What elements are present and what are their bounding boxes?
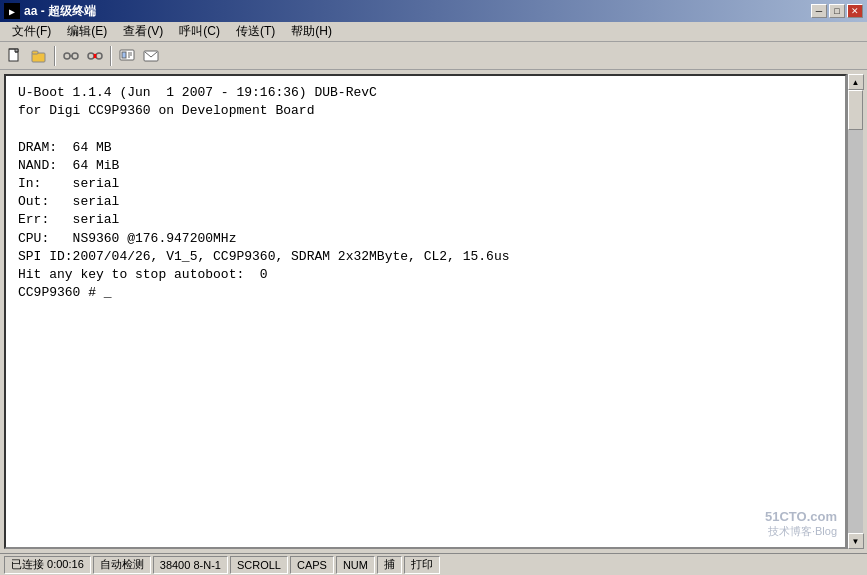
toolbar-sep-2	[110, 46, 112, 66]
status-baud: 38400 8-N-1	[153, 556, 228, 574]
toolbar-send-button[interactable]	[140, 45, 162, 67]
watermark-site: 51CTO.com	[765, 509, 837, 524]
title-bar-buttons: ─ □ ✕	[811, 4, 863, 18]
menu-help[interactable]: 帮助(H)	[283, 22, 340, 41]
status-connection: 已连接 0:00:16	[4, 556, 91, 574]
terminal-container[interactable]: U-Boot 1.1.4 (Jun 1 2007 - 19:16:36) DUB…	[4, 74, 847, 549]
scroll-up-button[interactable]: ▲	[848, 74, 864, 90]
toolbar-new-button[interactable]	[4, 45, 26, 67]
toolbar-sep-1	[54, 46, 56, 66]
status-bar: 已连接 0:00:16 自动检测 38400 8-N-1 SCROLL CAPS…	[0, 553, 867, 575]
menu-file[interactable]: 文件(F)	[4, 22, 59, 41]
svg-point-6	[72, 53, 78, 59]
status-capture: 捕	[377, 556, 402, 574]
svg-rect-13	[122, 52, 126, 58]
main-area: U-Boot 1.1.4 (Jun 1 2007 - 19:16:36) DUB…	[0, 70, 867, 553]
menu-transfer[interactable]: 传送(T)	[228, 22, 283, 41]
svg-point-5	[64, 53, 70, 59]
watermark: 51CTO.com 技术博客·Blog	[765, 509, 837, 539]
scroll-track[interactable]	[848, 90, 863, 533]
close-button[interactable]: ✕	[847, 4, 863, 18]
svg-rect-4	[32, 51, 38, 54]
status-scroll: SCROLL	[230, 556, 288, 574]
toolbar-open-button[interactable]	[28, 45, 50, 67]
scroll-thumb[interactable]	[848, 90, 863, 130]
status-print: 打印	[404, 556, 440, 574]
toolbar-disconnect-button[interactable]	[84, 45, 106, 67]
toolbar-properties-button[interactable]	[116, 45, 138, 67]
watermark-blog: 技术博客·Blog	[765, 524, 837, 539]
svg-point-9	[96, 53, 102, 59]
window-title: aa - 超级终端	[24, 3, 96, 20]
status-detect: 自动检测	[93, 556, 151, 574]
menu-call[interactable]: 呼叫(C)	[171, 22, 228, 41]
terminal-output: U-Boot 1.1.4 (Jun 1 2007 - 19:16:36) DUB…	[6, 76, 845, 310]
menu-view[interactable]: 查看(V)	[115, 22, 171, 41]
title-bar-left: ▶ aa - 超级终端	[4, 3, 96, 20]
toolbar	[0, 42, 867, 70]
status-caps: CAPS	[290, 556, 334, 574]
toolbar-connect-button[interactable]	[60, 45, 82, 67]
maximize-button[interactable]: □	[829, 4, 845, 18]
menu-bar: 文件(F) 编辑(E) 查看(V) 呼叫(C) 传送(T) 帮助(H)	[0, 22, 867, 42]
scroll-down-button[interactable]: ▼	[848, 533, 864, 549]
app-icon: ▶	[4, 3, 20, 19]
svg-point-8	[88, 53, 94, 59]
title-bar: ▶ aa - 超级终端 ─ □ ✕	[0, 0, 867, 22]
minimize-button[interactable]: ─	[811, 4, 827, 18]
scrollbar[interactable]: ▲ ▼	[847, 74, 863, 549]
status-num: NUM	[336, 556, 375, 574]
menu-edit[interactable]: 编辑(E)	[59, 22, 115, 41]
